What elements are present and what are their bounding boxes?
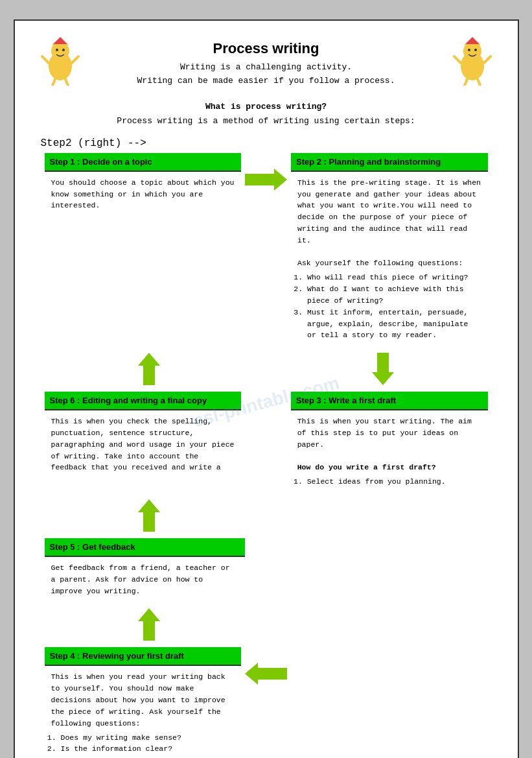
svg-point-12 (468, 49, 470, 51)
step6-header: Step 6 : Editing and writing a final cop… (45, 392, 242, 410)
svg-line-19 (478, 79, 480, 86)
step3-header: Step 3 : Write a first draft (291, 392, 488, 410)
arrow-step2-to-step3 (288, 353, 492, 385)
svg-point-13 (474, 49, 477, 51)
step2-header: Step 2 : Planning and brainstorming (291, 153, 488, 172)
svg-line-9 (65, 79, 68, 86)
step2-box: Step 2 : Planning and brainstorming This… (291, 153, 488, 346)
svg-point-2 (56, 49, 58, 51)
step6-body: This is when you check the spelling, pun… (45, 410, 242, 479)
step4-header: Step 4 : Reviewing your first draft (45, 647, 242, 666)
step6-box: Step 6 : Editing and writing a final cop… (45, 392, 242, 479)
step4-box: Step 4 : Reviewing your first draft This… (45, 647, 242, 758)
step1-header: Step 1 : Decide on a topic (45, 153, 242, 172)
step3-body: This is when you start writing. The aim … (291, 410, 488, 493)
svg-line-17 (484, 56, 491, 63)
step5-header: Step 5 : Get feedback (45, 538, 245, 557)
step1-body: You should choose a topic about which yo… (45, 172, 242, 217)
svg-line-6 (42, 56, 49, 63)
intro-body: Process writing is a method of writing u… (41, 114, 492, 128)
arrow-step3-to-step4 (245, 643, 287, 685)
step1-box: Step 1 : Decide on a topic You should ch… (45, 153, 242, 217)
arrow-step5-to-step6-b (41, 499, 245, 532)
page-title: Process writing (41, 40, 492, 57)
svg-marker-14 (465, 37, 480, 45)
svg-marker-22 (372, 353, 394, 385)
step2-body: This is the pre-writing stage. It is whe… (291, 172, 488, 346)
arrow-step1-to-step2 (245, 149, 287, 191)
intro-section: What is process writing? Process writing… (41, 100, 492, 128)
intro-question: What is process writing? (41, 100, 492, 114)
svg-point-3 (62, 49, 65, 51)
step3-box: Step 3 : Write a first draft This is whe… (291, 392, 488, 493)
arrow-step4-to-step5 (41, 608, 245, 641)
svg-line-16 (454, 56, 461, 63)
step4-body: This is when you read your writing back … (45, 666, 242, 758)
svg-marker-4 (52, 37, 68, 45)
step5-box: Step 5 : Get feedback Get feedback from … (45, 538, 245, 602)
svg-marker-20 (245, 169, 287, 191)
svg-line-7 (72, 56, 78, 63)
page-header: Process writing Writing is a challenging… (41, 40, 492, 88)
svg-marker-23 (138, 499, 160, 532)
svg-line-8 (52, 79, 55, 86)
svg-marker-25 (245, 663, 287, 685)
pencil-left-mascot (41, 37, 80, 82)
svg-line-18 (465, 79, 467, 86)
subtitle1: Writing is a challenging activity. (41, 61, 492, 75)
subtitle2: Writing can be made easier if you follow… (41, 75, 492, 88)
page: esl-printable.com (14, 19, 519, 758)
pencil-right-mascot (453, 37, 492, 82)
svg-marker-21 (138, 353, 160, 385)
step5-body: Get feedback from a friend, a teacher or… (45, 557, 245, 602)
arrow-step5-to-step6 (41, 353, 245, 385)
svg-marker-24 (138, 608, 160, 641)
